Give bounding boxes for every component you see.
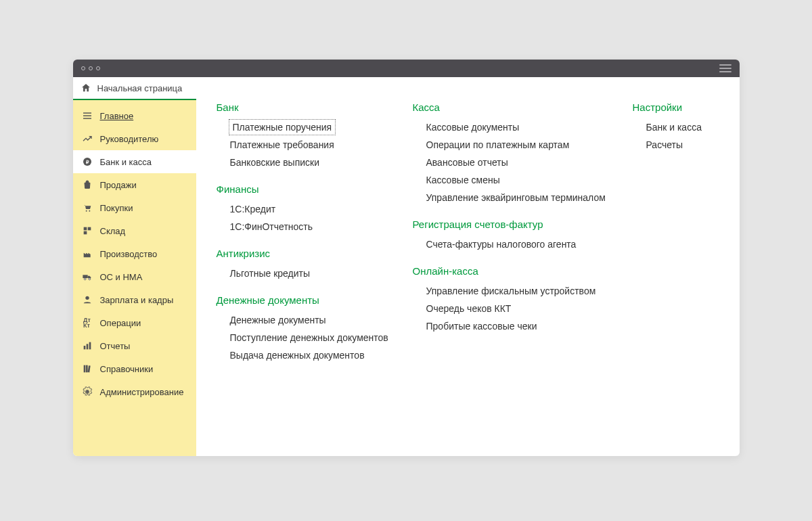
- sidebar-item-label: ОС и НМА: [100, 272, 143, 282]
- sidebar-item-label: Зарплата и кадры: [100, 295, 174, 305]
- sidebar-item-main[interactable]: Главное: [73, 104, 196, 127]
- sidebar-item-sales[interactable]: Продажи: [73, 173, 196, 196]
- home-icon: [80, 83, 92, 93]
- trend-icon: [81, 133, 93, 144]
- nav-link[interactable]: Банковские выписки: [230, 154, 406, 171]
- section: Онлайн-кассаУправление фискальным устрой…: [413, 265, 626, 335]
- svg-rect-18: [86, 365, 88, 373]
- sidebar-item-references[interactable]: Справочники: [73, 357, 196, 380]
- content-area: БанкПлатежные порученияПлатежные требова…: [196, 77, 740, 456]
- cart-icon: [81, 202, 93, 213]
- tab-home[interactable]: Начальная страница: [73, 77, 196, 100]
- nav-link[interactable]: Платежные поручения: [230, 120, 335, 134]
- sidebar-item-payroll[interactable]: Зарплата и кадры: [73, 288, 196, 311]
- books-icon: [81, 363, 93, 374]
- sidebar-item-label: Руководителю: [100, 134, 159, 144]
- svg-rect-19: [87, 365, 90, 372]
- sidebar-item-operations[interactable]: ДтКт Операции: [73, 311, 196, 334]
- sidebar-item-label: Главное: [100, 111, 134, 121]
- svg-rect-7: [83, 227, 87, 231]
- nav-link[interactable]: Поступление денежных документов: [230, 329, 406, 346]
- link-list: Кассовые документыОперации по платежным …: [413, 118, 626, 206]
- svg-point-6: [89, 210, 90, 212]
- truck-icon: [81, 271, 93, 282]
- section-title: Настройки: [633, 101, 740, 113]
- section-title: Регистрация счетов-фактур: [413, 219, 626, 230]
- ruble-icon: ₽: [81, 156, 93, 167]
- gear-icon: [81, 386, 93, 397]
- nav-link[interactable]: Счета-фактуры налогового агента: [426, 235, 626, 253]
- section: БанкПлатежные порученияПлатежные требова…: [217, 101, 406, 171]
- nav-link[interactable]: Платежные требования: [230, 136, 406, 154]
- section: Денежные документыДенежные документыПост…: [217, 294, 406, 364]
- sidebar-item-admin[interactable]: Администрирование: [73, 380, 196, 403]
- nav-link[interactable]: Денежные документы: [230, 311, 406, 329]
- sidebar-item-purchases[interactable]: Покупки: [73, 196, 196, 219]
- section-title: Онлайн-касса: [413, 265, 626, 277]
- svg-rect-10: [83, 275, 87, 278]
- nav-link[interactable]: Операции по платежным картам: [426, 136, 626, 154]
- nav-link[interactable]: 1С:Кредит: [230, 200, 406, 218]
- sidebar-item-label: Производство: [100, 249, 158, 259]
- sidebar-item-label: Отчеты: [100, 341, 131, 351]
- nav-link[interactable]: Очередь чеков ККТ: [426, 300, 626, 317]
- svg-point-20: [86, 390, 89, 393]
- section-title: Банк: [217, 101, 406, 113]
- nav-link[interactable]: Выдача денежных документов: [230, 346, 406, 364]
- sidebar-item-label: Покупки: [100, 203, 133, 213]
- sidebar-item-warehouse[interactable]: Склад: [73, 219, 196, 242]
- window-controls[interactable]: [81, 66, 100, 70]
- section: Финансы1С:Кредит1С:ФинОтчетность: [217, 183, 406, 235]
- content-col-1: БанкПлатежные порученияПлатежные требова…: [217, 97, 406, 376]
- link-list: Управление фискальным устройствомОчередь…: [413, 282, 626, 335]
- section: НастройкиБанк и кассаРасчеты: [633, 101, 740, 154]
- svg-point-13: [85, 296, 89, 300]
- sidebar-item-bank[interactable]: ₽ Банк и касса: [73, 150, 196, 173]
- nav-link[interactable]: Кассовые документы: [426, 118, 626, 136]
- svg-rect-0: [83, 112, 91, 113]
- menu-icon: [81, 110, 93, 121]
- nav-link[interactable]: Льготные кредиты: [230, 265, 406, 282]
- sidebar-item-reports[interactable]: Отчеты: [73, 334, 196, 357]
- svg-point-11: [84, 278, 86, 280]
- section: Регистрация счетов-фактурСчета-фактуры н…: [413, 219, 626, 253]
- nav-link[interactable]: Управление фискальным устройством: [426, 282, 626, 300]
- section: КассаКассовые документыОперации по плате…: [413, 101, 626, 206]
- section-title: Антикризис: [217, 248, 406, 259]
- svg-rect-17: [83, 365, 85, 373]
- sidebar-item-label: Продажи: [100, 180, 137, 190]
- person-icon: [81, 294, 93, 305]
- sidebar-item-label: Администрирование: [100, 387, 184, 397]
- sidebar: Начальная страница Главное Руководителю: [73, 77, 196, 456]
- nav-link[interactable]: Пробитые кассовые чеки: [426, 317, 626, 335]
- menu-icon[interactable]: [719, 64, 731, 72]
- link-list: Льготные кредиты: [217, 265, 406, 282]
- sidebar-item-production[interactable]: Производство: [73, 242, 196, 265]
- sidebar-item-label: Справочники: [100, 364, 154, 374]
- nav-link[interactable]: 1С:ФинОтчетность: [230, 218, 406, 235]
- sidebar-item-label: Склад: [100, 226, 126, 236]
- svg-point-5: [85, 210, 87, 212]
- sidebar-item-label: Банк и касса: [100, 157, 152, 167]
- nav-link[interactable]: Управление эквайринговым терминалом: [426, 189, 626, 206]
- nav-link[interactable]: Авансовые отчеты: [426, 154, 626, 171]
- svg-rect-9: [83, 231, 87, 235]
- svg-rect-1: [83, 115, 91, 116]
- sidebar-item-label: Операции: [100, 318, 141, 328]
- nav-link[interactable]: Кассовые смены: [426, 171, 626, 189]
- bag-icon: [81, 179, 93, 190]
- dtkt-icon: ДтКт: [81, 317, 93, 328]
- link-list: Платежные порученияПлатежные требованияБ…: [217, 118, 406, 171]
- link-list: Банк и кассаРасчеты: [633, 118, 740, 154]
- titlebar: [73, 60, 740, 77]
- sidebar-item-assets[interactable]: ОС и НМА: [73, 265, 196, 288]
- nav-link[interactable]: Банк и касса: [646, 118, 740, 136]
- svg-rect-2: [83, 118, 91, 118]
- svg-rect-8: [87, 227, 91, 231]
- svg-rect-16: [89, 342, 91, 350]
- nav-link[interactable]: Расчеты: [646, 136, 740, 154]
- section-title: Денежные документы: [217, 294, 406, 306]
- svg-rect-15: [86, 344, 88, 349]
- boxes-icon: [81, 225, 93, 236]
- sidebar-item-manager[interactable]: Руководителю: [73, 127, 196, 150]
